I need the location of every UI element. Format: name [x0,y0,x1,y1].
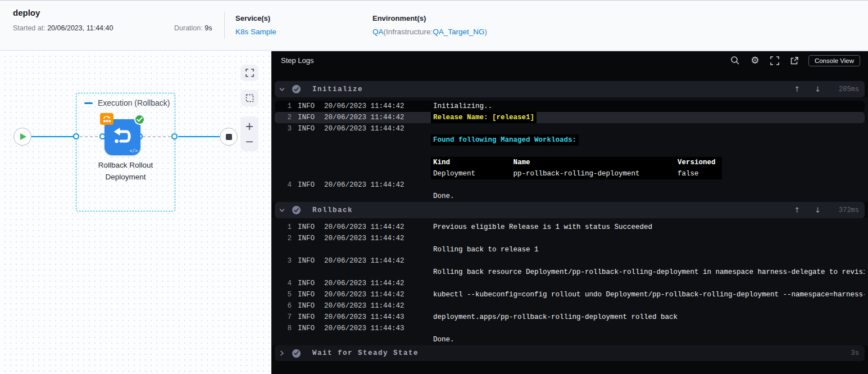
log-line: 8INFO20/06/2023 11:44:43 [275,323,865,334]
log-level: INFO [298,312,318,323]
log-timestamp: 20/06/2023 11:44:42 [324,112,405,123]
log-line: 6INFO20/06/2023 11:44:42 [275,300,865,312]
log-message: kubectl --kubeconfig=config rollout undo… [433,289,865,300]
log-message: Done. [433,334,455,345]
play-icon [20,133,26,140]
execution-group-label: Execution (Rollback) [98,98,170,107]
section-duration: 372ms [834,206,859,214]
canvas-select-button[interactable] [240,90,258,106]
execution-header: deploy Started at: 20/06/2023, 11:44:40 … [0,0,868,51]
rollback-arrow-icon [110,125,135,149]
scroll-to-top-icon[interactable]: ↑ [794,206,800,214]
infrastructure-link[interactable]: QA_Target_NG [433,28,484,36]
log-level: INFO [298,101,318,112]
scroll-to-bottom-icon[interactable]: ↓ [815,85,821,93]
log-line: 4INFO20/06/2023 11:44:42 [275,278,865,289]
services-block: Service(s) K8s Sample [235,14,276,37]
log-line: 1INFO20/06/2023 11:44:42Initializing.. [275,101,865,112]
pipeline-end-node[interactable] [220,128,238,146]
log-timestamp: 20/06/2023 11:44:43 [324,323,405,334]
marquee-select-icon [246,94,254,102]
chevron-down-icon[interactable] [277,208,287,213]
environment-link[interactable]: QA [372,28,384,36]
log-line-number: 6 [275,300,292,312]
settings-gear-icon[interactable]: ⚙ [750,56,760,66]
log-line-number: 1 [275,101,292,112]
log-timestamp: 20/06/2023 11:44:42 [324,255,405,267]
log-line-number: 4 [275,179,292,191]
rollback-step-node[interactable]: </> [104,119,140,155]
environments-block: Environment(s) QA(Infrastructure:QA_Targ… [372,14,487,37]
step-logs-body: Initialize↑↓285ms1INFO20/06/2023 11:44:4… [271,70,868,361]
section-duration: 3s [834,349,859,357]
log-message: Previous eligible Release is 1 with stat… [433,222,652,233]
log-timestamp: 20/06/2023 11:44:42 [324,179,405,191]
started-at: Started at: 20/06/2023, 11:44:40 [13,24,113,32]
log-message: Rolling back to release 1 [433,244,539,255]
log-timestamp: 20/06/2023 11:44:42 [324,233,405,244]
zoom-out-button[interactable]: − [245,136,254,147]
log-message: Initializing.. [433,101,492,112]
log-section-header[interactable]: Wait for Steady State3s [275,345,865,361]
pipeline-canvas[interactable]: Execution (Rollback) [0,51,271,374]
pipeline-execution-page: deploy Started at: 20/06/2023, 11:44:40 … [0,0,868,374]
log-line-number: 2 [275,112,292,123]
step-success-icon [292,349,301,358]
chevron-right-icon[interactable] [277,350,287,356]
log-level: INFO [298,323,318,334]
log-level: INFO [298,123,318,134]
log-level: INFO [298,179,318,191]
log-timestamp: 20/06/2023 11:44:43 [324,312,405,323]
connector-port[interactable] [171,133,178,139]
step-logs-panel: Step Logs ⚙ Console View Initialize↑↓285… [271,51,868,374]
log-timestamp: 20/06/2023 11:44:42 [324,101,405,112]
log-timestamp: 20/06/2023 11:44:42 [324,289,405,300]
chevron-down-icon[interactable] [277,87,287,92]
log-line: 5INFO20/06/2023 11:44:42kubectl --kubeco… [275,289,865,300]
open-in-new-icon[interactable] [789,56,799,66]
log-line: Rolling back resource Deployment/pp-roll… [275,267,865,278]
log-line: Kind Name Versioned [275,157,865,168]
log-line: Rolling back to release 1 [275,244,865,255]
canvas-fullscreen-button[interactable] [240,65,258,81]
connector-port[interactable] [73,133,79,139]
log-line: 2INFO20/06/2023 11:44:42 [275,233,865,244]
log-level: INFO [298,255,318,267]
log-line: Done. [275,191,865,202]
search-icon[interactable] [730,56,740,66]
log-timestamp: 20/06/2023 11:44:42 [324,123,405,134]
section-duration: 285ms [834,85,859,93]
log-timestamp: 20/06/2023 11:44:42 [324,222,405,233]
stop-icon [226,134,232,140]
step-logs-header: Step Logs ⚙ Console View [271,51,868,70]
log-level: INFO [298,300,318,312]
script-glyph: </> [130,148,138,154]
log-level: INFO [298,112,318,123]
step-label: Rollback Rollout Deployment [70,159,181,183]
scroll-to-bottom-icon[interactable]: ↓ [815,206,821,214]
duration: Duration: 9s [174,24,212,32]
log-line: Done. [275,334,865,345]
log-level: INFO [298,233,318,244]
log-line-number: 1 [275,222,292,233]
scroll-to-top-icon[interactable]: ↑ [794,85,800,93]
log-section-header[interactable]: Rollback↑↓372ms [275,202,865,218]
rollback-badge-icon [100,113,113,125]
success-check-icon [134,114,145,125]
log-section-body: 1INFO20/06/2023 11:44:42Previous eligibl… [271,218,868,345]
service-link[interactable]: K8s Sample [235,28,276,36]
collapse-group-icon[interactable] [84,102,93,104]
log-line: Found following Managed Workloads: [275,134,865,146]
expand-fullscreen-icon[interactable] [770,56,780,66]
log-line-number: 5 [275,289,292,300]
log-section-header[interactable]: Initialize↑↓285ms [275,81,865,97]
pipeline-start-node[interactable] [13,128,31,146]
zoom-in-button[interactable]: + [245,121,254,132]
log-section-title: Rollback [312,206,353,214]
log-line-number: 3 [275,255,292,267]
log-level: INFO [298,289,318,300]
log-line-number: 7 [275,312,292,323]
log-section-body: 1INFO20/06/2023 11:44:42Initializing..2I… [271,97,868,202]
console-view-button[interactable]: Console View [808,55,860,66]
header-divider [224,12,225,39]
